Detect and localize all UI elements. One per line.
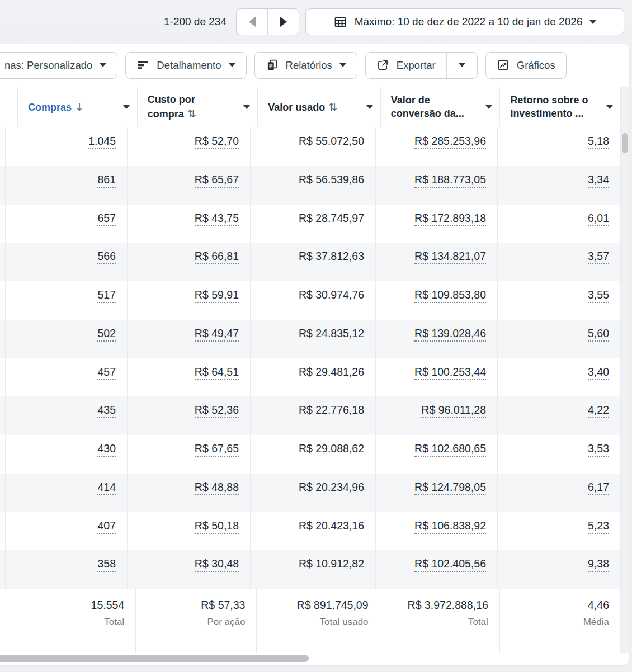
metric-value-link[interactable]: R$ 64,51 (195, 366, 239, 380)
column-label: Compras (28, 102, 72, 113)
metric-cell: 502 (6, 320, 128, 358)
metric-value-link[interactable]: 6,17 (588, 481, 609, 495)
table-row: 358R$ 30,48R$ 10.912,82R$ 102.405,569,38 (0, 550, 621, 589)
metric-value-link[interactable]: 5,23 (588, 519, 609, 534)
metric-value-link[interactable]: 3,34 (588, 173, 609, 188)
metric-value-link[interactable]: 3,57 (588, 250, 609, 264)
metric-value-link[interactable]: R$ 139.028,46 (414, 327, 486, 342)
metric-value-link[interactable]: 9,38 (588, 557, 609, 572)
sort-toggle-icon[interactable]: ⇅ (328, 101, 337, 113)
export-button-label: Exportar (397, 59, 436, 72)
columns-button-label: nas: Personalizado (4, 59, 92, 72)
metric-value-link[interactable]: R$ 188.773,05 (414, 173, 486, 188)
metric-cell: R$ 22.776,18 (251, 396, 376, 435)
metric-value-link[interactable]: R$ 30,48 (195, 557, 239, 572)
table-toolbar: nas: Personalizado Detalhamento Relatóri… (0, 44, 629, 87)
metric-value-link[interactable]: R$ 52,70 (195, 135, 239, 149)
column-header-retorno-investimento[interactable]: Retorno sobre o investimento ... (500, 87, 621, 127)
metric-value-link[interactable]: R$ 48,88 (195, 481, 239, 495)
footer-cell-retorno: 4,46 Média (500, 589, 621, 653)
column-menu-caret[interactable] (243, 105, 250, 109)
breakdown-button[interactable]: Detalhamento (125, 52, 246, 79)
column-menu-caret[interactable] (123, 105, 130, 109)
table-row: 407R$ 50,18R$ 20.423,16R$ 106.838,925,23 (0, 512, 621, 551)
metric-value-link[interactable]: R$ 67,65 (195, 442, 239, 457)
horizontal-scrollbar-thumb[interactable] (0, 655, 309, 662)
metric-value-link[interactable]: 3,40 (588, 366, 609, 380)
column-menu-caret[interactable] (366, 105, 373, 109)
charts-button[interactable]: Gráficos (485, 52, 567, 79)
metric-value-link[interactable]: R$ 124.798,05 (414, 481, 486, 495)
metric-value-link[interactable]: 517 (97, 288, 116, 303)
metric-value-link[interactable]: R$ 66,81 (195, 250, 239, 264)
metric-cell: R$ 106.838,92 (376, 512, 498, 551)
metric-value-link[interactable]: 502 (97, 327, 116, 342)
metric-value-link[interactable]: 435 (97, 404, 116, 418)
metric-cell: R$ 49,47 (128, 320, 251, 358)
metric-cell: 5,60 (498, 320, 621, 358)
reports-button-label: Relatórios (286, 59, 332, 72)
top-bar: 1-200 de 234 Máximo: 10 de dez de 2022 a… (0, 0, 632, 44)
row-stub-cell (0, 205, 6, 243)
metric-value: R$ 20.234,96 (299, 481, 364, 493)
metric-value-link[interactable]: R$ 52,36 (195, 404, 239, 418)
metric-value-link[interactable]: 5,60 (588, 327, 609, 342)
metric-value-link[interactable]: R$ 285.253,96 (414, 135, 486, 149)
metric-value-link[interactable]: R$ 43,75 (195, 212, 239, 226)
chevron-down-icon (100, 63, 106, 67)
metric-value-link[interactable]: 414 (97, 481, 116, 495)
metric-cell: R$ 65,67 (128, 166, 251, 205)
column-header-compras[interactable]: Compras↓ (18, 87, 138, 127)
metric-value-link[interactable]: 358 (97, 557, 116, 572)
metric-value-link[interactable]: 1.045 (88, 135, 116, 149)
metric-cell: R$ 30,48 (128, 550, 251, 589)
metric-cell: R$ 285.253,96 (376, 127, 498, 166)
date-range-button[interactable]: Máximo: 10 de dez de 2022 a 10 de jan de… (305, 8, 624, 35)
metric-value-link[interactable]: R$ 96.011,28 (421, 404, 486, 418)
export-button[interactable]: Exportar (366, 53, 446, 78)
column-menu-caret[interactable] (606, 105, 613, 109)
metric-value-link[interactable]: R$ 134.821,07 (414, 250, 486, 264)
metric-value-link[interactable]: 861 (97, 173, 116, 188)
metric-value-link[interactable]: R$ 59,91 (195, 288, 239, 303)
sort-descending-icon[interactable]: ↓ (75, 101, 84, 113)
columns-button[interactable]: nas: Personalizado (0, 52, 117, 79)
metric-cell: R$ 28.745,97 (251, 205, 376, 243)
metric-value-link[interactable]: R$ 106.838,92 (414, 519, 486, 534)
metric-value-link[interactable]: 407 (97, 519, 116, 534)
metric-value-link[interactable]: 457 (97, 366, 116, 380)
metric-value-link[interactable]: 430 (97, 442, 116, 457)
next-page-button[interactable] (268, 9, 299, 35)
metric-value-link[interactable]: R$ 49,47 (195, 327, 239, 342)
metric-value-link[interactable]: 4,22 (588, 404, 609, 418)
metric-value-link[interactable]: 566 (97, 250, 116, 264)
metric-value-link[interactable]: R$ 172.893,18 (414, 212, 486, 226)
footer-value: R$ 891.745,09 (261, 599, 368, 612)
metric-value-link[interactable]: R$ 65,67 (195, 173, 239, 188)
metric-cell: R$ 52,36 (128, 396, 251, 435)
reports-button[interactable]: Relatórios (254, 52, 357, 79)
metric-value-link[interactable]: R$ 102.680,65 (414, 442, 486, 457)
metric-value-link[interactable]: 657 (97, 212, 116, 226)
metric-value-link[interactable]: 6,01 (588, 212, 609, 226)
metric-value-link[interactable]: R$ 50,18 (195, 519, 239, 534)
metric-cell: R$ 139.028,46 (376, 320, 498, 358)
metric-value-link[interactable]: R$ 100.253,44 (414, 366, 486, 380)
metric-value-link[interactable]: 3,55 (588, 288, 609, 303)
column-header-valor-usado[interactable]: Valor usado⇅ (258, 87, 381, 127)
metric-value: R$ 28.745,97 (299, 212, 364, 224)
export-options-button[interactable] (447, 53, 477, 78)
column-menu-caret[interactable] (485, 105, 492, 109)
column-header-valor-de-conversao[interactable]: Valor de conversão da... (381, 87, 501, 127)
metric-cell: R$ 67,65 (128, 435, 251, 474)
metric-value-link[interactable]: R$ 109.853,80 (414, 288, 486, 303)
export-icon (376, 59, 389, 72)
metric-value-link[interactable]: R$ 102.405,56 (414, 557, 486, 572)
column-header-custo-por-compra[interactable]: Custo por compra⇅ (138, 87, 258, 127)
sort-toggle-icon[interactable]: ⇅ (187, 107, 196, 120)
metric-value-link[interactable]: 5,18 (588, 135, 609, 149)
metric-cell: R$ 64,51 (128, 358, 251, 397)
vertical-scrollbar-thumb[interactable] (622, 133, 628, 153)
previous-page-button[interactable] (237, 9, 267, 35)
metric-value-link[interactable]: 3,53 (588, 442, 609, 457)
